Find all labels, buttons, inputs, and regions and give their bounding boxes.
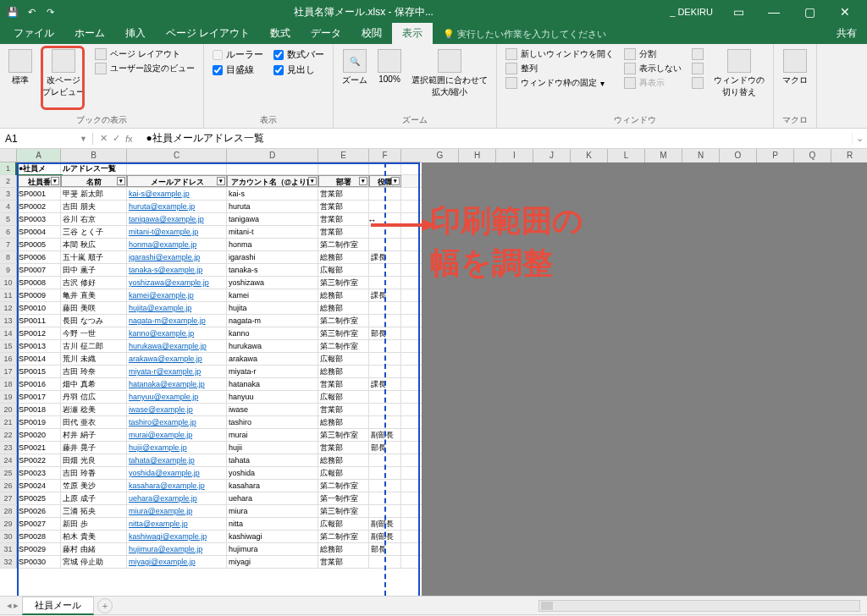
zoom-100-button[interactable]: 100%: [376, 47, 403, 85]
tab-insert[interactable]: 挿入: [115, 23, 156, 44]
group-label-window: ウィンドウ: [504, 114, 766, 126]
ribbon-tabs: ファイル ホーム 挿入 ページ レイアウト 数式 データ 校閲 表示 💡 実行し…: [0, 24, 867, 44]
tab-home[interactable]: ホーム: [64, 23, 115, 44]
zoom-button[interactable]: 🔍ズーム: [340, 47, 369, 88]
column-headers-right[interactable]: GHIJKLMNOPQR: [422, 149, 867, 162]
group-label-zoom: ズーム: [340, 114, 489, 126]
ribbon-options-icon[interactable]: ▭: [721, 0, 755, 24]
annotation-text: 印刷範囲の 幅を調整: [430, 200, 583, 285]
redo-icon[interactable]: ↷: [42, 4, 58, 19]
close-icon[interactable]: ✕: [828, 0, 862, 24]
tab-view[interactable]: 表示: [392, 23, 433, 44]
save-icon[interactable]: 💾: [5, 4, 20, 19]
grid[interactable]: 1●社員メルアドレス一覧2社員番▾名前▾メールアドレス▾アカウント名（@より前▾…: [0, 162, 422, 596]
view-side-icon[interactable]: [690, 47, 705, 61]
freeze-panes-button[interactable]: ウィンドウ枠の固定 ▾: [504, 76, 616, 90]
group-label-workbook-views: ブックの表示: [7, 114, 196, 126]
custom-views-button[interactable]: ユーザー設定のビュー: [93, 62, 196, 75]
page-layout-button[interactable]: ページ レイアウト: [93, 47, 196, 61]
sheet-tab-active[interactable]: 社員メール: [22, 597, 94, 615]
macros-button[interactable]: マクロ: [781, 47, 809, 88]
split-button[interactable]: 分割: [622, 47, 683, 61]
ribbon: 標準 改ページ プレビュー ページ レイアウト ユーザー設定のビュー ブックの表…: [0, 44, 867, 129]
new-window-button[interactable]: 新しいウィンドウを開く: [504, 47, 616, 61]
user-label: _ DEKIRU: [670, 7, 713, 17]
maximize-icon[interactable]: ▢: [792, 0, 826, 24]
group-label-show: 表示: [211, 114, 326, 126]
formula-bar[interactable]: ●社員メールアドレス一覧: [140, 131, 852, 146]
cancel-formula-icon[interactable]: ✕: [100, 133, 108, 144]
sheet-tab-bar: ◂▸ 社員メール +: [0, 596, 867, 614]
zoom-selection-button[interactable]: 選択範囲に合わせて 拡大/縮小: [410, 47, 489, 100]
tab-file[interactable]: ファイル: [3, 23, 64, 44]
unhide-button[interactable]: 再表示: [622, 76, 683, 90]
arrange-all-button[interactable]: 整列: [504, 62, 616, 75]
enter-formula-icon[interactable]: ✓: [113, 133, 120, 144]
column-headers[interactable]: A B C D E F: [0, 149, 422, 162]
minimize-icon[interactable]: —: [757, 0, 791, 24]
undo-icon[interactable]: ↶: [24, 4, 39, 19]
tab-review[interactable]: 校閲: [351, 23, 392, 44]
horizontal-scrollbar[interactable]: [538, 600, 860, 612]
hide-button[interactable]: 表示しない: [622, 62, 683, 75]
headings-checkbox[interactable]: 見出し: [272, 63, 326, 77]
pagebreak-preview-button[interactable]: 改ページ プレビュー: [41, 47, 86, 100]
quick-access-toolbar: 💾 ↶ ↷: [5, 4, 58, 19]
titlebar: 💾 ↶ ↷ 社員名簿メール.xlsx - 保存中... _ DEKIRU ▭ —…: [0, 0, 867, 24]
tab-nav-next-icon[interactable]: ▸: [14, 600, 19, 611]
share-button[interactable]: 共有: [826, 23, 867, 44]
formulabar-checkbox[interactable]: 数式バー: [272, 47, 326, 62]
tell-me[interactable]: 💡 実行したい作業を入力してください: [433, 25, 616, 44]
window-title: 社員名簿メール.xlsx - 保存中...: [58, 5, 670, 19]
expand-formula-icon[interactable]: ⌄: [852, 133, 867, 144]
tab-pagelayout[interactable]: ページ レイアウト: [156, 23, 260, 44]
gridlines-checkbox[interactable]: 目盛線: [211, 63, 265, 77]
sheet-area: A B C D E F 1●社員メルアドレス一覧2社員番▾名前▾メールアドレス▾…: [0, 149, 867, 596]
tab-nav-prev-icon[interactable]: ◂: [7, 600, 12, 611]
tab-data[interactable]: データ: [301, 23, 351, 44]
tab-formulas[interactable]: 数式: [260, 23, 301, 44]
normal-view-button[interactable]: 標準: [7, 47, 34, 88]
window-controls: ▭ — ▢ ✕: [721, 0, 862, 24]
reset-pos-icon[interactable]: [690, 76, 705, 90]
ruler-checkbox[interactable]: ルーラー: [211, 47, 265, 62]
switch-windows-button[interactable]: ウィンドウの 切り替え: [712, 47, 766, 100]
add-sheet-button[interactable]: +: [97, 598, 113, 613]
sync-scroll-icon[interactable]: [690, 62, 705, 75]
formula-bar-row: A1▼ ✕✓fx ●社員メールアドレス一覧 ⌄: [0, 129, 867, 149]
fx-icon[interactable]: fx: [125, 134, 133, 144]
name-box[interactable]: A1▼: [0, 133, 93, 145]
group-label-macro: マクロ: [781, 114, 809, 126]
